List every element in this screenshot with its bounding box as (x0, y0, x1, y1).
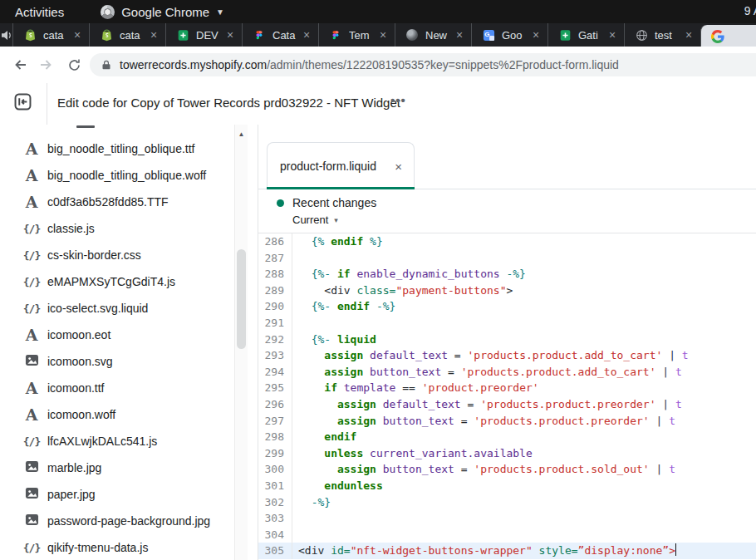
code-file-icon: {/} (23, 302, 40, 315)
code-line-305[interactable]: 305<div id="nft-widget-buttons-wrapper" … (258, 543, 756, 559)
font-file-icon: A (26, 193, 38, 211)
browser-tab[interactable]: Cata × (242, 23, 318, 47)
file-item-lfcAXLwjkDALc541.js[interactable]: {/} lfcAXLwjkDALc541.js (0, 428, 233, 454)
code-line-298[interactable]: 298 endif (258, 429, 756, 445)
line-number: 286 (258, 233, 292, 250)
code-token (662, 463, 669, 475)
code-token: = (454, 415, 474, 427)
file-item-icomoon.eot[interactable]: A icomoon.eot (0, 322, 233, 348)
clock[interactable]: 9 A (744, 4, 756, 17)
editor-tab-close-button[interactable]: × (395, 160, 402, 174)
file-item-qikify-tmenu-data.js[interactable]: {/} qikify-tmenu-data.js (0, 534, 233, 560)
tab-close-button[interactable]: × (682, 29, 695, 41)
line-number: 300 (258, 461, 292, 478)
code-token: assign (324, 349, 363, 361)
os-top-bar: Activities Google Chrome ▼ 9 A (0, 0, 756, 23)
code-line-289[interactable]: 289 <div class="payment-buttons"> (258, 282, 756, 299)
code-token (533, 544, 539, 557)
file-item-big_noodle_titling_oblique.ttf[interactable]: A big_noodle_titling_oblique.ttf (0, 135, 233, 162)
file-item-icomoon.woff[interactable]: A icomoon.woff (0, 401, 233, 428)
file-item-cs-skin-border.css[interactable]: {/} cs-skin-border.css (0, 242, 233, 268)
file-item-password-page-background.jpg[interactable]: password-page-background.jpg (0, 508, 233, 534)
exit-code-editor-button[interactable] (13, 92, 33, 112)
code-line-286[interactable]: 286 {% endif %} (258, 233, 756, 250)
code-token: default_text (383, 398, 461, 410)
code-line-294[interactable]: 294 assign button_text = 'products.produ… (258, 364, 756, 381)
browser-tab[interactable]: cata × (12, 23, 89, 47)
tab-close-button[interactable]: × (71, 29, 84, 41)
browser-tab[interactable]: Gati × (547, 23, 624, 47)
reload-button[interactable] (61, 52, 86, 77)
tab-close-button[interactable]: × (376, 29, 390, 41)
font-file-icon: A (26, 405, 38, 424)
code-token (298, 479, 324, 492)
line-number: 292 (258, 332, 292, 348)
code-file-icon: {/} (23, 542, 40, 554)
code-line-287[interactable]: 287 (258, 250, 756, 267)
code-line-291[interactable]: 291 (258, 315, 756, 332)
file-name: ico-select.svg.liquid (47, 302, 148, 315)
browser-tab[interactable]: test × (624, 23, 700, 47)
code-token: unless (324, 447, 363, 459)
code-line-303[interactable]: 303 (258, 510, 756, 527)
file-item-ico-select.svg.liquid[interactable]: {/} ico-select.svg.liquid (0, 295, 233, 322)
file-item-eMAPMXSyTCgGdiT4.js[interactable]: {/} eMAPMXSyTCgGdiT4.js (0, 268, 233, 295)
forward-button[interactable] (33, 52, 58, 77)
caret-down-icon: ▾ (334, 216, 338, 224)
tab-close-button[interactable]: × (529, 29, 542, 41)
code-token: class= (356, 284, 395, 297)
browser-tab-active[interactable] (700, 25, 756, 47)
code-line-297[interactable]: 297 assign button_text = 'products.produ… (258, 413, 756, 430)
browser-tab[interactable]: G Goo × (471, 23, 547, 47)
file-item-icomoon.svg[interactable]: icomoon.svg (0, 348, 233, 375)
code-line-299[interactable]: 299 unless current_variant.available (258, 445, 756, 462)
more-actions-button[interactable]: ••• (387, 91, 410, 109)
code-text: assign button_text = 'products.product.p… (292, 413, 675, 430)
tab-close-button[interactable]: × (147, 29, 160, 41)
scroll-up-button[interactable]: ▲ (235, 128, 248, 140)
code-line-302[interactable]: 302 -%} (258, 494, 756, 511)
file-item-marble.jpg[interactable]: marble.jpg (0, 454, 233, 481)
file-item-paper.jpg[interactable]: paper.jpg (0, 481, 233, 508)
tab-close-button[interactable]: × (606, 29, 619, 41)
editor-tab-product-form[interactable]: product-form.liquid × (267, 142, 415, 189)
tab-close-button[interactable]: × (223, 29, 237, 41)
code-token: -%} (506, 268, 525, 280)
code-token: liquid (337, 333, 376, 346)
browser-tab[interactable]: DEV × (165, 23, 242, 47)
editor-tab-bar: product-form.liquid × (258, 125, 756, 189)
file-item-icomoon.ttf[interactable]: A icomoon.ttf (0, 375, 233, 401)
code-line-295[interactable]: 295 if template == 'product.preorder' (258, 380, 756, 396)
back-button[interactable] (8, 52, 33, 77)
media-speaker-icon[interactable] (0, 23, 12, 47)
code-line-296[interactable]: 296 assign default_text = 'products.prod… (258, 396, 756, 413)
code-line-293[interactable]: 293 assign default_text = 'products.prod… (258, 347, 756, 364)
code-line-288[interactable]: 288 {%- if enable_dynamic_buttons -%} (258, 266, 756, 282)
tab-close-button[interactable]: × (300, 29, 313, 41)
code-token (662, 415, 669, 427)
address-bar[interactable]: towerrecords.myshopify.com/admin/themes/… (90, 53, 756, 76)
recent-changes-label: Recent changes (292, 196, 376, 209)
activities-button[interactable]: Activities (10, 3, 69, 21)
code-line-292[interactable]: 292 {%- liquid (258, 332, 756, 348)
line-number: 305 (258, 543, 292, 559)
browser-tab[interactable]: Tem × (318, 23, 395, 47)
code-token (331, 333, 337, 346)
tab-close-button[interactable]: × (453, 29, 466, 41)
code-line-290[interactable]: 290 {%- endif -%} (258, 298, 756, 315)
code-token (298, 430, 324, 443)
code-line-300[interactable]: 300 assign button_text = 'products.produ… (258, 461, 756, 478)
code-line-304[interactable]: 304 (258, 527, 756, 543)
file-item-c0df3a6b528fdd85.TTF[interactable]: A c0df3a6b528fdd85.TTF (0, 189, 233, 215)
line-number: 304 (258, 527, 292, 543)
version-dropdown[interactable]: Current ▾ (292, 214, 338, 226)
file-item-big_noodle_titling_oblique.woff[interactable]: A big_noodle_titling_oblique.woff (0, 162, 233, 189)
browser-tab[interactable]: cata × (89, 23, 165, 47)
scrollbar-thumb[interactable] (237, 249, 246, 349)
sidebar-scrollbar[interactable]: ▲ (234, 125, 248, 560)
code-line-301[interactable]: 301 endunless (258, 478, 756, 494)
app-menu-button[interactable]: Google Chrome ▼ (101, 5, 224, 19)
code-area[interactable]: 286 {% endif %}287288 {%- if enable_dyna… (258, 233, 756, 560)
file-item-classie.js[interactable]: {/} classie.js (0, 215, 233, 242)
browser-tab[interactable]: New × (395, 23, 471, 47)
